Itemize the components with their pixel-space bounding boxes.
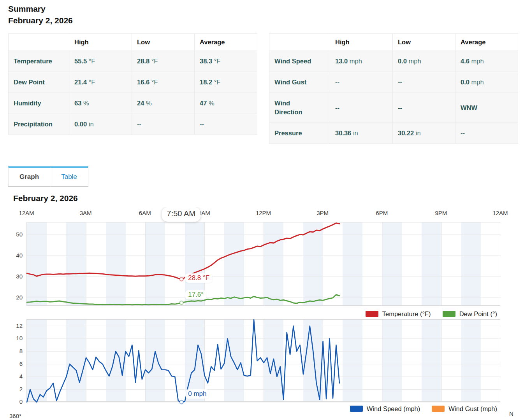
row-label: Dew Point (9, 72, 69, 93)
weather-summary-table: HighLowAverageTemperature55.5 °F28.8 °F3… (8, 33, 257, 135)
row-label: Pressure (269, 123, 330, 144)
time-axis-label: 6PM (376, 210, 388, 216)
value-cell: 24 % (132, 93, 195, 114)
corner-cell (9, 34, 69, 51)
summary-tables-row: HighLowAverageTemperature55.5 °F28.8 °F3… (8, 33, 524, 144)
graph-table-tabstrip: Graph Table (8, 166, 88, 187)
header-row: HighLowAverage (269, 34, 518, 51)
hover-value-label: 28.8 °F (185, 273, 212, 283)
y-axis-tick-label: 0 (5, 398, 23, 405)
value-cell: WNW (455, 93, 518, 123)
table-row: Wind Gust----0.0 mph (269, 72, 518, 93)
legend-label: Temperature (°F) (382, 310, 431, 318)
wind-direction-chart-top-border (26, 412, 500, 418)
y-axis-tick-label: 6 (5, 360, 23, 367)
time-axis-label: 12PM (256, 210, 271, 216)
header-row: HighLowAverage (9, 34, 257, 51)
wind-chart-plot[interactable] (26, 319, 500, 402)
hover-point-marker (180, 278, 183, 281)
value-cell: 63 % (69, 93, 132, 114)
wind-speed-mph-line (27, 320, 339, 402)
direction-axis-label-360: 360° (9, 413, 21, 419)
legend-swatch (350, 406, 363, 412)
temperature-f-line (27, 223, 339, 279)
column-header: Low (132, 34, 195, 51)
summary-date: February 2, 2026 (8, 16, 524, 26)
legend-label: Wind Gust (mph) (448, 405, 497, 413)
table-row: Dew Point21.4 °F16.6 °F18.2 °F (9, 72, 257, 93)
page-title: Summary (8, 4, 524, 14)
value-cell: 47 % (195, 93, 257, 114)
y-axis-tick-label: 10 (5, 335, 23, 341)
legend-swatch (366, 311, 378, 317)
value-cell: 28.8 °F (132, 51, 195, 72)
table-row: Wind Direction----WNW (269, 93, 518, 123)
value-cell: -- (330, 93, 393, 123)
legend-item: Temperature (°F) (366, 310, 431, 318)
column-header: High (69, 34, 132, 51)
legend-swatch (432, 406, 445, 412)
direction-axis-label-n: N (509, 410, 513, 417)
time-axis-label: 6AM (139, 210, 151, 216)
legend-label: Wind Speed (mph) (367, 405, 420, 413)
table-row: Humidity63 %24 %47 % (9, 93, 257, 114)
value-cell: -- (132, 114, 195, 135)
value-cell: 18.2 °F (195, 72, 257, 93)
value-cell: 4.6 mph (455, 51, 518, 72)
time-axis-label: 3AM (80, 210, 92, 216)
value-cell: -- (195, 114, 257, 135)
value-cell: -- (330, 72, 393, 93)
y-axis-tick-label: 2 (5, 386, 23, 392)
legend-swatch (443, 311, 455, 317)
legend-item: Dew Point (°) (443, 310, 497, 318)
column-header: Low (393, 34, 455, 51)
legend-item: Wind Gust (mph) (432, 405, 497, 413)
value-cell: 13.0 mph (330, 51, 393, 72)
chart-date-heading: February 2, 2026 (13, 193, 524, 203)
y-axis-tick-label: 12 (5, 322, 23, 329)
value-cell: -- (393, 93, 455, 123)
value-cell: 0.0 mph (455, 72, 518, 93)
hover-value-label: 17.6° (185, 290, 206, 299)
value-cell: -- (393, 72, 455, 93)
value-cell: -- (455, 123, 518, 144)
time-axis-label: 12AM (19, 210, 34, 216)
table-row: Temperature55.5 °F28.8 °F38.3 °F (9, 51, 257, 72)
time-axis-label: 9PM (435, 210, 447, 216)
value-cell: 16.6 °F (132, 72, 195, 93)
value-cell: 38.3 °F (195, 51, 257, 72)
hover-time-tooltip: 7:50 AM (162, 207, 200, 222)
corner-cell (269, 34, 330, 51)
y-axis-tick-label: 4 (5, 373, 23, 380)
column-header: Average (195, 34, 257, 51)
time-axis-label: 12AM (492, 210, 508, 216)
legend-item: Wind Speed (mph) (350, 405, 420, 413)
wind-chart-svg (27, 320, 501, 402)
tab-table[interactable]: Table (50, 166, 88, 186)
table-row: Pressure30.36 in30.22 in-- (269, 123, 518, 144)
table-row: Wind Speed13.0 mph0.0 mph4.6 mph (269, 51, 518, 72)
value-cell: 0.00 in (69, 114, 132, 135)
value-cell: 55.5 °F (69, 51, 132, 72)
temperature-chart-svg (27, 222, 501, 306)
column-header: Average (455, 34, 518, 51)
row-label: Wind Speed (269, 51, 330, 72)
y-axis-tick-label: 50 (5, 231, 23, 238)
row-label: Temperature (9, 51, 69, 72)
y-axis-tick-label: 30 (5, 273, 23, 280)
time-axis-label: 3PM (317, 210, 329, 216)
legend-label: Dew Point (°) (459, 310, 497, 318)
y-axis-tick-label: 40 (5, 252, 23, 259)
y-axis-tick-label: 8 (5, 348, 23, 354)
hover-point-marker (180, 401, 183, 404)
row-label: Precipitation (9, 114, 69, 135)
hover-point-marker (180, 301, 183, 304)
temperature-chart-plot[interactable] (26, 222, 500, 306)
value-cell: 30.22 in (393, 123, 455, 144)
row-label: Humidity (9, 93, 69, 114)
value-cell: 0.0 mph (393, 51, 455, 72)
row-label: Wind Gust (269, 72, 330, 93)
charts-region: 12AM3AM6AM9AM12PM3PM6PM9PM12AM5040302028… (0, 207, 524, 419)
tab-graph[interactable]: Graph (8, 166, 50, 186)
column-header: High (330, 34, 393, 51)
